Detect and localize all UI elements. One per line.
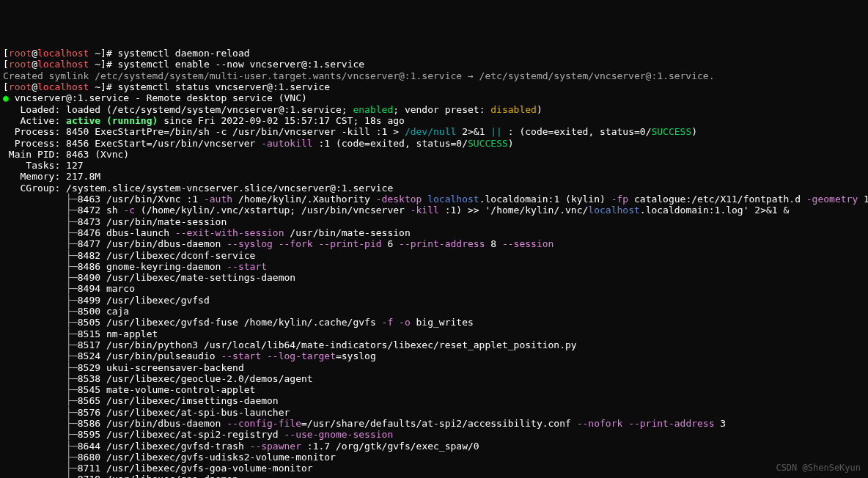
tree-row: ├─8463 /usr/bin/Xvnc :1 -auth /home/kyli… — [3, 194, 868, 205]
tree-row: ├─8719 /usr/libexec/goa-daemon — [3, 474, 238, 478]
tree-row: ├─8517 /usr/bin/python3 /usr/local/lib64… — [3, 339, 577, 350]
tree-row: ├─8476 dbus-launch --exit-with-session /… — [3, 227, 411, 238]
process-line: Process: 8456 ExecStart=/usr/bin/vncserv… — [3, 138, 514, 149]
tasks-line: Tasks: 127 — [3, 160, 84, 171]
tree-row: ├─8586 /usr/bin/dbus-daemon --config-fil… — [3, 418, 726, 429]
command[interactable]: systemctl daemon-reload — [118, 48, 250, 59]
tree-row: ├─8472 sh -c (/home/kylin/.vnc/xstartup;… — [3, 205, 789, 216]
tree-row: ├─8515 nm-applet — [3, 328, 158, 339]
tree-row: ├─8473 /usr/bin/mate-session — [3, 216, 227, 227]
tree-row: ├─8529 ukui-screensaver-backend — [3, 362, 244, 373]
tree-row: ├─8500 caja — [3, 306, 129, 317]
memory-line: Memory: 217.8M — [3, 171, 100, 182]
tree-row: ├─8490 /usr/libexec/mate-settings-daemon — [3, 272, 295, 283]
tree-row: ├─8499 /usr/libexec/gvfsd — [3, 295, 210, 306]
tree-row: ├─8680 /usr/libexec/gvfs-udisks2-volume-… — [3, 452, 336, 463]
active-line: Active: active (running) since Fri 2022-… — [3, 115, 405, 126]
tree-row: ├─8545 mate-volume-control-applet — [3, 384, 255, 395]
mainpid-line: Main PID: 8463 (Xvnc) — [3, 149, 129, 160]
tree-row: ├─8644 /usr/libexec/gvfsd-trash --spawne… — [3, 441, 479, 452]
tree-row: ├─8524 /usr/bin/pulseaudio --start --log… — [3, 350, 376, 361]
prompt: [root@localhost ~]# — [3, 81, 118, 92]
tree-row: ├─8576 /usr/libexec/at-spi-bus-launcher — [3, 407, 290, 418]
command[interactable]: systemctl status vncserver@:1.service — [118, 81, 331, 92]
prompt: [root@localhost ~]# — [3, 59, 118, 70]
terminal-output: [root@localhost ~]# systemctl daemon-rel… — [3, 48, 865, 478]
unit-name: vncserver@:1.service - Remote desktop se… — [9, 92, 307, 103]
tree-row: ├─8486 gnome-keyring-daemon --start — [3, 261, 267, 272]
command[interactable]: systemctl enable --now vncserver@:1.serv… — [118, 59, 365, 70]
prompt: [root@localhost ~]# — [3, 48, 118, 59]
tree-row: ├─8711 /usr/libexec/gvfs-goa-volume-moni… — [3, 463, 313, 474]
tree-row: ├─8538 /usr/libexec/geoclue-2.0/demos/ag… — [3, 373, 313, 384]
status-dot-icon: ● — [3, 92, 9, 103]
tree-row: ├─8494 marco — [3, 283, 135, 294]
tree-row: ├─8482 /usr/libexec/dconf-service — [3, 250, 255, 261]
tree-row: ├─8595 /usr/libexec/at-spi2-registryd --… — [3, 429, 393, 440]
process-line: Process: 8450 ExecStartPre=/bin/sh -c /u… — [3, 126, 697, 137]
output-line: Created symlink /etc/systemd/system/mult… — [3, 70, 715, 81]
loaded-line: Loaded: loaded (/etc/systemd/system/vncs… — [3, 104, 542, 115]
watermark: CSDN @ShenSeKyun — [776, 463, 861, 474]
tree-row: ├─8477 /usr/bin/dbus-daemon --syslog --f… — [3, 238, 553, 249]
tree-row: ├─8565 /usr/libexec/imsettings-daemon — [3, 395, 279, 406]
cgroup-line: CGroup: /system.slice/system-vncserver.s… — [3, 183, 393, 194]
tree-row: ├─8505 /usr/libexec/gvfsd-fuse /home/kyl… — [3, 317, 474, 328]
